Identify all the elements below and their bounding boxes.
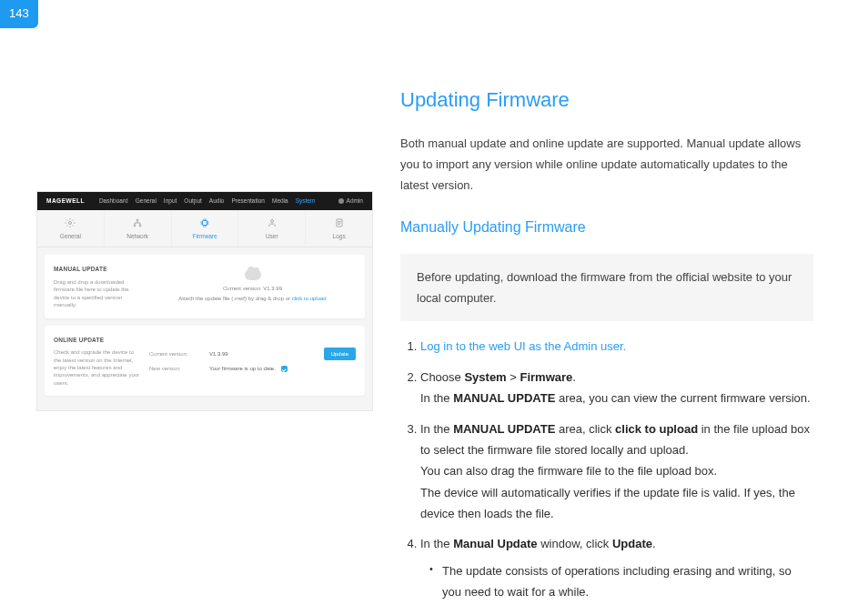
bullet-1: The update consists of operations includ… [429,560,813,603]
svg-point-2 [139,225,141,227]
online-new-label: New version: [149,364,204,374]
current-version-label: Current version: V1.3.99 [223,284,282,294]
nav-presentation[interactable]: Presentation [231,196,265,207]
tab-label: Network [126,233,148,239]
click-to-upload-link[interactable]: click to upload [292,296,327,301]
tab-label: Logs [333,233,346,239]
nav-dashboard[interactable]: Dashboard [99,196,128,207]
step-2b-bold: MANUAL UPDATE [453,391,555,405]
page-number-badge: 143 [0,0,38,28]
topbar-nav: Dashboard General Input Output Audio Pre… [99,196,315,207]
nav-media[interactable]: Media [272,196,288,207]
steps-list: Log in to the web UI as the Admin user. … [400,336,813,615]
step-4-b: Manual Update [453,537,537,550]
svg-point-5 [270,219,273,222]
tab-firmware[interactable]: Firmware [172,210,239,247]
network-icon [132,217,143,228]
step-4-e: . [652,537,656,550]
bullet-2: While updating, do not shut down/reboot … [429,612,813,615]
step-3-a: In the [420,422,453,436]
brand-logo: MAGEWELL [46,196,85,207]
manual-update-title: MANUAL UPDATE [54,264,140,275]
manual-update-desc: Drag and drop a downloaded firmware file… [54,278,140,309]
step-3-g: The device will automatically verifies i… [420,486,795,520]
gear-icon [65,217,76,228]
step-4: In the Manual Update window, click Updat… [420,533,813,615]
svg-point-1 [134,225,136,227]
step-2b-text: In the [420,391,453,405]
online-update-desc: Check and upgrade the device to the late… [54,348,140,387]
step-2-text: Choose [420,370,464,384]
step-2b-rest: area, you can view the current firmware … [555,391,810,405]
step-4-d: Update [612,537,652,550]
attach-text: Attach the update file (.mwf) by drag & … [178,296,291,301]
online-update-title: ONLINE UPDATE [54,335,140,346]
step-3-b: MANUAL UPDATE [453,422,555,436]
nav-input[interactable]: Input [164,196,177,207]
tab-label: General [60,233,81,239]
online-curr-label: Current version: [149,349,204,359]
step-1: Log in to the web UI as the Admin user. [420,336,813,357]
step-2-suffix: . [572,370,576,384]
step-4-a: In the [420,537,453,550]
user-menu[interactable]: Admin [338,196,363,207]
online-update-card: ONLINE UPDATE Check and upgrade the devi… [45,326,365,397]
nav-output[interactable]: Output [184,196,202,207]
step-3-c: area, click [555,422,615,436]
system-tabs: General Network Firmware User Logs [37,210,372,248]
tab-label: User [266,233,278,239]
nav-audio[interactable]: Audio [209,196,225,207]
check-icon [281,366,288,372]
step-2-system: System [464,370,506,384]
step-3-d: click to upload [615,422,698,436]
tab-label: Firmware [192,233,217,239]
screenshot-panel: MAGEWELL Dashboard General Input Output … [36,36,373,615]
step-2-firmware: Firmware [520,370,573,384]
step-4-bullets: The update consists of operations includ… [420,560,813,615]
manual-update-card: MANUAL UPDATE Drag and drop a downloaded… [45,255,365,318]
person-icon [267,217,278,228]
app-topbar: MAGEWELL Dashboard General Input Output … [37,192,372,210]
user-icon [338,198,344,204]
nav-system[interactable]: System [296,196,316,207]
tab-network[interactable]: Network [105,210,172,247]
svg-point-3 [136,219,138,221]
section-heading: Manually Updating Firmware [400,215,813,241]
user-label: Admin [347,196,363,207]
tab-general[interactable]: General [37,210,105,247]
svg-point-0 [69,221,72,224]
step-1-link[interactable]: Log in to the web UI as the Admin user. [420,339,626,353]
nav-general[interactable]: General [136,196,156,207]
document-icon [334,217,345,228]
step-3-f: You can also drag the firmware file to t… [420,464,717,478]
page-title: Updating Firmware [400,82,813,118]
online-curr-value: V1.3.99 [209,349,228,359]
doc-content: Updating Firmware Both manual update and… [400,36,832,615]
online-new-value: Your firmware is up to date. [209,364,276,374]
step-2: Choose System > Firmware. In the MANUAL … [420,367,813,409]
chip-icon [199,217,210,228]
step-3: In the MANUAL UPDATE area, click click t… [420,418,813,525]
update-button[interactable]: Update [324,348,356,361]
note-box: Before updating, download the firmware f… [400,254,813,322]
svg-rect-4 [202,220,207,225]
intro-paragraph: Both manual update and online update are… [400,133,813,197]
upload-dropzone[interactable]: Current version: V1.3.99 Attach the upda… [149,264,356,308]
tab-user[interactable]: User [238,210,306,247]
step-4-c: window, click [538,537,612,550]
step-2-sep: > [507,370,520,384]
tab-logs[interactable]: Logs [306,210,372,247]
cloud-upload-icon [245,269,261,280]
